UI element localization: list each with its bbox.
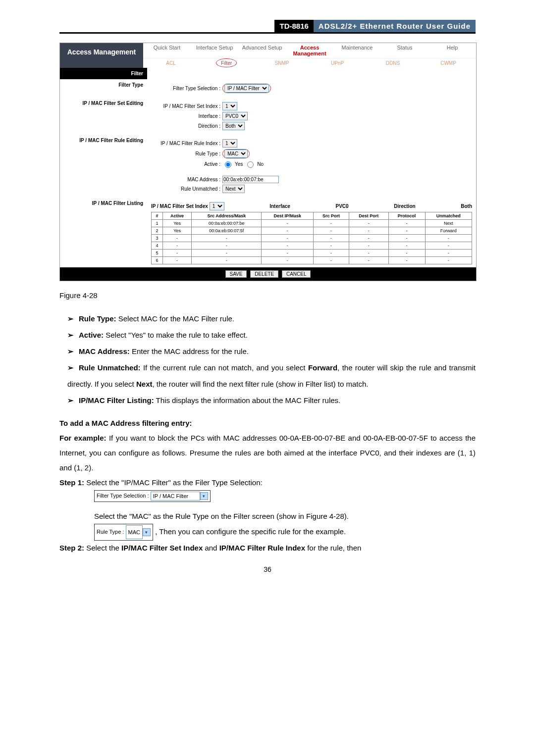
inline-rule-type-value[interactable]: MAC	[126, 525, 143, 539]
filter-type-label: Filter Type Selection :	[151, 86, 220, 91]
section-filter: Filter	[60, 68, 147, 79]
table-row: 5-------	[152, 250, 472, 257]
table-row: 4-------	[152, 242, 472, 250]
cancel-button[interactable]: CANCEL	[282, 270, 311, 278]
tab-interface-setup[interactable]: Interface Setup	[191, 43, 238, 58]
mac-label: MAC Address :	[151, 177, 220, 182]
step1-label: Step 1:	[59, 478, 84, 487]
active-yes-radio[interactable]	[225, 161, 231, 168]
bullet-mac: MAC Address:	[79, 347, 130, 355]
listing-dir: Both	[461, 203, 472, 209]
section-rule-editing: IP / MAC Filter Rule Editing	[60, 135, 147, 198]
interface-label: Interface :	[151, 113, 220, 119]
proc-heading: To add a MAC Address filtering entry:	[59, 416, 476, 431]
unmatched-label: Rule Unmatched :	[151, 186, 220, 192]
subtab-snmp[interactable]: SNMP	[254, 58, 310, 68]
tab-help[interactable]: Help	[428, 43, 476, 58]
set-index-label: IP / MAC Filter Set Index :	[151, 103, 220, 109]
dropdown-icon[interactable]: ▾	[143, 528, 151, 536]
listing-if: PVC0	[336, 203, 349, 209]
no-text: No	[257, 161, 264, 167]
tab-quick-start[interactable]: Quick Start	[143, 43, 191, 58]
col-header: #	[152, 212, 163, 220]
direction-label: Direction :	[151, 123, 220, 129]
bullet-active: Active:	[79, 331, 104, 339]
interface-select[interactable]: PVC0	[222, 112, 248, 120]
subtab-filter[interactable]: Filter	[199, 58, 254, 68]
table-row: 6-------	[152, 257, 472, 264]
page-number: 36	[59, 565, 476, 573]
yes-text: Yes	[235, 161, 243, 167]
filter-listing-table: #ActiveSrc Address/MaskDest IP/MaskSrc P…	[151, 212, 472, 264]
subtab-cwmp[interactable]: CWMP	[421, 58, 476, 68]
listing-dir-label: Direction	[394, 203, 415, 209]
rule-type-label: Rule Type :	[151, 151, 220, 156]
doc-title: ADSL2/2+ Ethernet Router User Guide	[314, 20, 476, 32]
table-row: 2Yes00:0a:eb:00:07:5f----Forward	[152, 227, 472, 235]
col-header: Src Port	[314, 212, 349, 220]
left-header: Access Management	[60, 43, 143, 68]
tab-maintenance[interactable]: Maintenance	[333, 43, 381, 58]
col-header: Protocol	[388, 212, 425, 220]
rule-index-label: IP / MAC Filter Rule Index :	[151, 141, 220, 146]
table-row: 1Yes00:0a:eb:00:07:be----Next	[152, 220, 472, 227]
save-button[interactable]: SAVE	[225, 270, 247, 278]
unmatched-select[interactable]: Next	[222, 185, 245, 193]
figure-caption: Figure 4-28	[59, 288, 476, 303]
inline-rule-type-box: Rule Type : MAC▾	[94, 524, 153, 541]
listing-index-select[interactable]: 1	[210, 202, 224, 210]
col-header: Dest Port	[349, 212, 388, 220]
set-index-select[interactable]: 1	[222, 102, 237, 110]
tab-status[interactable]: Status	[381, 43, 428, 58]
subtab-ddns[interactable]: DDNS	[365, 58, 421, 68]
listing-if-label: Interface	[269, 203, 290, 209]
table-row: 3-------	[152, 235, 472, 242]
subtab-upnp[interactable]: UPnP	[310, 58, 365, 68]
col-header: Dest IP/Mask	[262, 212, 314, 220]
mac-input[interactable]	[222, 176, 279, 183]
example-label: For example:	[59, 434, 107, 442]
dropdown-icon[interactable]: ▾	[200, 492, 208, 500]
bullet-rule-type: Rule Type:	[79, 314, 116, 323]
delete-button[interactable]: DELETE	[250, 270, 278, 278]
step2-label: Step 2:	[59, 544, 84, 552]
bullet-unmatched: Rule Unmatched:	[79, 363, 141, 372]
section-filter-type: Filter Type	[60, 79, 147, 98]
listing-index-label: IP / MAC Filter Set Index	[151, 203, 208, 209]
col-header: Src Address/Mask	[192, 212, 262, 220]
direction-select[interactable]: Both	[222, 122, 245, 130]
inline-filter-type-value[interactable]: IP / MAC Filter	[151, 492, 200, 501]
filter-type-select[interactable]: IP / MAC Filter	[224, 84, 269, 93]
rule-index-select[interactable]: 1	[222, 139, 237, 148]
col-header: Active	[162, 212, 192, 220]
step1-b: Select the "MAC" as the Rule Type on the…	[94, 509, 476, 524]
tab-advanced-setup[interactable]: Advanced Setup	[238, 43, 286, 58]
section-listing: IP / MAC Filter Listing	[60, 198, 147, 267]
rule-type-select[interactable]: MAC	[224, 150, 248, 158]
col-header: Unmatched	[425, 212, 472, 220]
active-no-radio[interactable]	[247, 161, 254, 168]
tab-access-management[interactable]: Access Management	[286, 43, 333, 58]
model-badge: TD-8816	[274, 20, 313, 32]
subtab-acl[interactable]: ACL	[143, 58, 199, 68]
router-admin-ui: Access Management Quick Start Interface …	[59, 43, 477, 281]
section-set-editing: IP / MAC Filter Set Editing	[60, 98, 147, 135]
active-label: Active :	[151, 161, 220, 167]
bullet-listing: IP/MAC Filter Listing:	[79, 396, 154, 404]
inline-filter-type-box: Filter Type Selection : IP / MAC Filter▾	[94, 490, 211, 502]
